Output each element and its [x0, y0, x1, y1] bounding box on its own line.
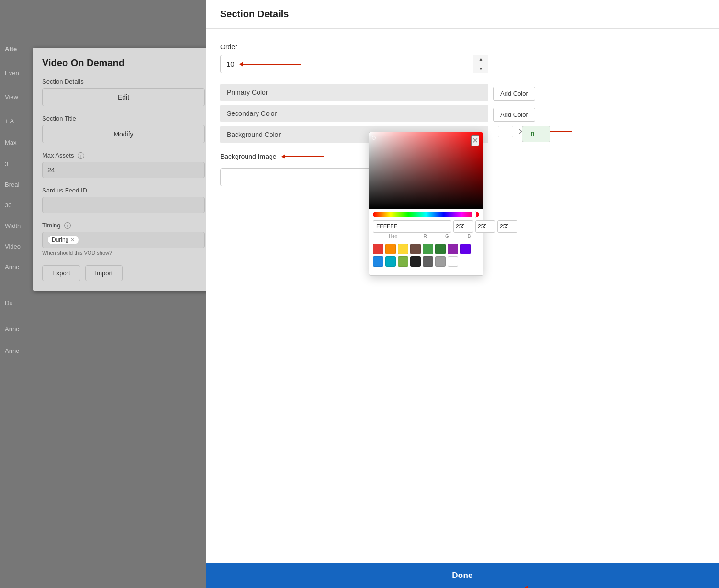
- label-video: Video: [5, 243, 21, 250]
- cp-b-input[interactable]: 255: [497, 220, 517, 233]
- cp-hue-thumb: [472, 211, 476, 218]
- label-view: View: [5, 93, 21, 101]
- max-assets-input[interactable]: 24: [42, 162, 205, 178]
- swatch-orange[interactable]: [385, 244, 396, 254]
- cp-gradient[interactable]: [369, 132, 483, 209]
- label-break: Breal: [5, 181, 21, 188]
- label-30: 30: [5, 202, 21, 209]
- swatch-dark-grey[interactable]: [423, 256, 433, 267]
- swatch-green[interactable]: [423, 244, 433, 254]
- color-picker-close[interactable]: ✕: [471, 135, 479, 146]
- import-button[interactable]: Import: [85, 265, 123, 281]
- label-annc3: Annc: [5, 347, 21, 354]
- label-annc2: Annc: [5, 326, 21, 333]
- bg-image-arrow-line: [285, 156, 324, 157]
- order-decrement[interactable]: ▼: [473, 64, 488, 73]
- cp-cursor: [372, 136, 376, 140]
- bg-image-arrow-head: [281, 154, 285, 159]
- swatch-deep-purple[interactable]: [460, 244, 471, 254]
- secondary-color-row-wrap: Secondary Color Add Color: [220, 105, 705, 124]
- cp-preset-row-1: [373, 244, 479, 254]
- cp-r-input[interactable]: 255: [453, 220, 473, 233]
- bg-image-arrow-annotation: [281, 154, 324, 159]
- opacity-input[interactable]: 0: [522, 126, 550, 142]
- label-add: + A: [5, 117, 21, 124]
- swatch-white[interactable]: [448, 256, 458, 267]
- order-increment[interactable]: ▲: [473, 55, 488, 64]
- swatch-yellow[interactable]: [398, 244, 408, 254]
- cp-hex-input[interactable]: FFFFFF: [373, 220, 451, 233]
- order-input[interactable]: [220, 55, 488, 73]
- vod-section-title-field: Section Title Modify: [42, 115, 205, 143]
- order-spinner: ▲ ▼: [473, 55, 488, 73]
- vod-modal-title: Video On Demand: [42, 57, 205, 68]
- label-du: Du: [5, 299, 21, 306]
- panel-header: Section Details: [206, 0, 719, 29]
- swatch-dark-green[interactable]: [435, 244, 446, 254]
- timing-tag-during: During ✕: [47, 235, 79, 245]
- swatch-light-green[interactable]: [398, 256, 408, 267]
- cp-inputs: FFFFFF 255 255 255: [373, 220, 479, 233]
- label-3: 3: [5, 160, 21, 168]
- primary-color-row-wrap: Primary Color Add Color: [220, 84, 705, 103]
- panel-body: Order ▲ ▼ Primary Color Add Color: [206, 29, 719, 210]
- label-width: Width: [5, 222, 21, 229]
- color-picker-popup: ✕ FFFFFF 255 255 255 Hex R G: [369, 132, 483, 276]
- cp-gradient-inner: [369, 132, 483, 209]
- vod-max-assets-field: Max Assets i 24: [42, 152, 205, 178]
- cp-r-label: R: [415, 234, 435, 239]
- export-button[interactable]: Export: [42, 265, 80, 281]
- vod-section-details-label: Section Details: [42, 78, 205, 85]
- label-event: Even: [5, 69, 21, 77]
- sardius-feed-id-input[interactable]: [42, 197, 205, 213]
- main-panel: Section Details Order ▲ ▼ Primary C: [206, 0, 719, 588]
- timing-tag-container: During ✕: [42, 232, 205, 248]
- order-input-wrap: ▲ ▼: [220, 55, 488, 73]
- order-label: Order: [220, 43, 705, 51]
- swatch-black[interactable]: [410, 256, 421, 267]
- swatch-brown[interactable]: [410, 244, 421, 254]
- primary-add-color-button[interactable]: Add Color: [493, 87, 535, 101]
- modify-button[interactable]: Modify: [42, 125, 205, 143]
- swatch-purple[interactable]: [448, 244, 458, 254]
- timing-tag-remove[interactable]: ✕: [70, 237, 75, 243]
- vod-sardius-feed-id-field: Sardius Feed ID: [42, 187, 205, 213]
- label-after: Afte: [5, 45, 21, 53]
- vod-modal: Video On Demand Section Details Edit Sec…: [33, 48, 214, 291]
- cp-b-label: B: [459, 234, 479, 239]
- vod-max-assets-label: Max Assets i: [42, 152, 205, 159]
- vod-timing-label: Timing i: [42, 222, 205, 229]
- panel-title: Section Details: [220, 9, 705, 20]
- cp-hue-slider[interactable]: [373, 212, 479, 217]
- background-image-label: Background Image: [220, 153, 277, 160]
- order-field-group: Order ▲ ▼: [220, 43, 705, 73]
- cp-g-input[interactable]: 255: [475, 220, 495, 233]
- secondary-color-label: Secondary Color: [227, 110, 277, 117]
- cp-g-label: G: [437, 234, 457, 239]
- opacity-field: 0: [522, 126, 550, 142]
- label-max: Max: [5, 139, 21, 146]
- background-color-label: Background Color: [227, 131, 281, 138]
- vod-sardius-feed-id-label: Sardius Feed ID: [42, 187, 205, 194]
- color-preview-box: [498, 126, 513, 137]
- cp-presets: [369, 242, 483, 271]
- done-button[interactable]: Done: [206, 563, 719, 588]
- secondary-add-color-button[interactable]: Add Color: [493, 108, 535, 122]
- primary-color-row[interactable]: Primary Color: [220, 84, 488, 101]
- max-assets-info-icon[interactable]: i: [78, 152, 84, 159]
- left-labels: Afte Even View + A Max 3 Breal 30 Width …: [5, 45, 21, 354]
- vod-section-details-field: Section Details Edit: [42, 78, 205, 106]
- vod-timing-field: Timing i During ✕ When should this VOD s…: [42, 222, 205, 256]
- edit-button[interactable]: Edit: [42, 88, 205, 106]
- secondary-color-row[interactable]: Secondary Color: [220, 105, 488, 122]
- swatch-blue[interactable]: [373, 256, 383, 267]
- background-image-input[interactable]: [220, 168, 383, 186]
- swatch-red[interactable]: [373, 244, 383, 254]
- timing-hint: When should this VOD show?: [42, 250, 205, 256]
- cp-hex-label: Hex: [373, 234, 413, 239]
- swatch-cyan[interactable]: [385, 256, 396, 267]
- swatch-grey[interactable]: [435, 256, 446, 267]
- vod-footer: Export Import: [42, 265, 205, 281]
- cp-preset-row-2: [373, 256, 479, 267]
- timing-info-icon[interactable]: i: [64, 222, 71, 229]
